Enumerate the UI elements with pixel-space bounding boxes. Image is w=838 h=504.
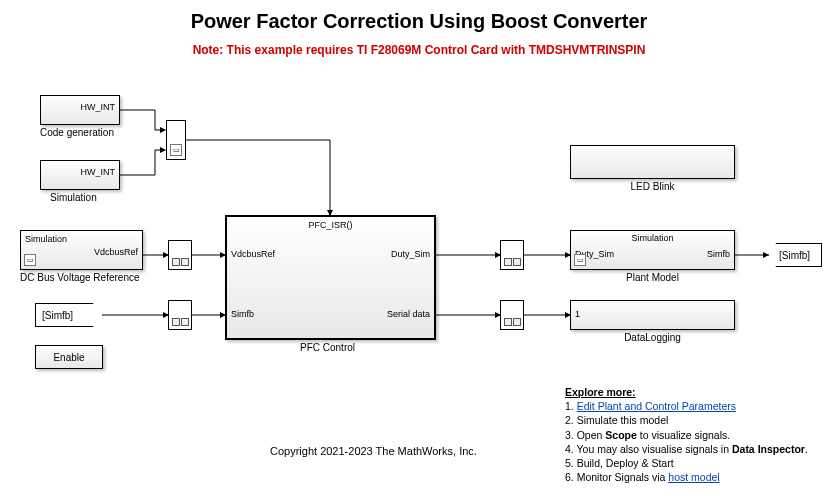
hwint2-caption: Simulation (50, 192, 97, 203)
explore-item-5: 5. Build, Deploy & Start (565, 456, 825, 470)
simfb-goto-tag[interactable]: [Simfb] (768, 243, 822, 267)
plant-caption: Plant Model (570, 272, 735, 283)
explore-item-4: 4. You may also visualise signals in Dat… (565, 442, 825, 456)
pfc-out1: Duty_Sim (391, 249, 430, 259)
variant-icon: ▭ (170, 144, 182, 156)
variant-sink-2[interactable] (168, 300, 192, 330)
variant-merge-block[interactable]: ▭ (166, 120, 186, 160)
led-blink-block[interactable] (570, 145, 735, 179)
simfb-from-tag[interactable]: [Simfb] (35, 303, 103, 327)
plant-tag: Simulation (631, 233, 673, 243)
pfc-in2: Simfb (231, 309, 254, 319)
led-caption: LED Blink (570, 181, 735, 192)
explore-header: Explore more: (565, 385, 825, 399)
variant-sink-4[interactable] (500, 300, 524, 330)
pfc-in1: VdcbusRef (231, 249, 275, 259)
simfb-in-label: [Simfb] (42, 310, 73, 321)
datalog-in: 1 (575, 309, 580, 319)
explore-item-6: 6. Monitor Signals via host model (565, 470, 825, 484)
pfc-caption: PFC Control (300, 342, 355, 353)
dcref-port: VdcbusRef (94, 247, 138, 257)
pfc-control-subsystem[interactable]: PFC_ISR() VdcbusRef Simfb Duty_Sim Seria… (225, 215, 436, 340)
enable-label: Enable (53, 352, 84, 363)
variant-sink-3[interactable] (500, 240, 524, 270)
plant-out: Simfb (707, 249, 730, 259)
explore-item-3: 3. Open Scope to visualize signals. (565, 428, 825, 442)
explore-item-1: 1. Edit Plant and Control Parameters (565, 399, 825, 413)
dcref-tag: Simulation (25, 234, 67, 244)
pfc-fn-label: PFC_ISR() (308, 220, 352, 230)
datalog-caption: DataLogging (570, 332, 735, 343)
interrupt-block-codegen[interactable]: HW_INT (40, 95, 120, 125)
dcref-caption: DC Bus Voltage Reference (20, 272, 140, 283)
variant-icon: ▭ (574, 254, 586, 266)
variant-icon: ▭ (24, 254, 36, 266)
datalogging-block[interactable]: 1 (570, 300, 735, 330)
hwint1-caption: Code generation (40, 127, 114, 138)
variant-sink-1[interactable] (168, 240, 192, 270)
host-model-link[interactable]: host model (668, 471, 719, 483)
pfc-out2: Serial data (387, 309, 430, 319)
enable-block[interactable]: Enable (35, 345, 103, 369)
interrupt-block-sim[interactable]: HW_INT (40, 160, 120, 190)
explore-more-panel: Explore more: 1. Edit Plant and Control … (565, 385, 825, 484)
edit-params-link[interactable]: Edit Plant and Control Parameters (577, 400, 736, 412)
hwint2-label: HW_INT (81, 167, 116, 177)
hwint1-label: HW_INT (81, 102, 116, 112)
plant-model-block[interactable]: Simulation Duty_Sim Simfb ▭ (570, 230, 735, 270)
explore-item-2: 2. Simulate this model (565, 413, 825, 427)
simfb-out-label: [Simfb] (779, 250, 810, 261)
copyright-text: Copyright 2021-2023 The MathWorks, Inc. (270, 445, 477, 457)
dcbus-ref-block[interactable]: Simulation VdcbusRef ▭ (20, 230, 143, 270)
